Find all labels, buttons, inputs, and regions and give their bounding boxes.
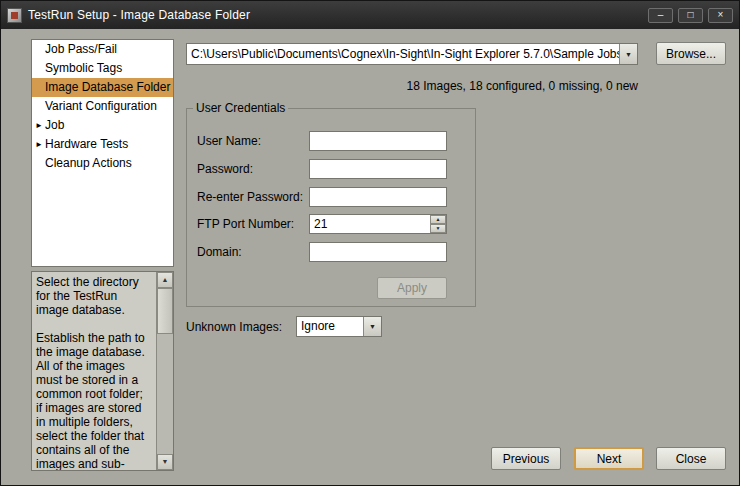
image-database-path-combo[interactable]: C:\Users\Public\Documents\Cognex\In-Sigh…: [186, 43, 638, 65]
sidebar-item-symbolic-tags[interactable]: Symbolic Tags: [32, 59, 173, 78]
reenter-password-label: Re-enter Password:: [197, 187, 303, 207]
user-name-field[interactable]: [309, 131, 447, 151]
sidebar-item-label: Hardware Tests: [45, 137, 128, 151]
ftp-port-spin-buttons: ▲ ▼: [430, 215, 446, 233]
minimize-icon[interactable]: –: [648, 8, 673, 23]
image-count-status: 18 Images, 18 configured, 0 missing, 0 n…: [186, 79, 638, 93]
spin-down-icon[interactable]: ▼: [430, 224, 446, 233]
scroll-up-icon[interactable]: ▲: [157, 272, 173, 288]
app-icon: [7, 8, 22, 23]
description-panel: Select the directory for the TestRun ima…: [31, 271, 174, 471]
domain-label: Domain:: [197, 242, 242, 262]
dialog-body: Job Pass/Fail Symbolic Tags Image Databa…: [1, 29, 739, 486]
ftp-port-label: FTP Port Number:: [197, 214, 294, 234]
sidebar-item-label: Symbolic Tags: [45, 61, 122, 75]
unknown-images-label: Unknown Images:: [186, 317, 282, 338]
unknown-images-value: Ignore: [297, 317, 363, 336]
next-button[interactable]: Next: [574, 447, 644, 470]
sidebar-item-label: Job: [45, 118, 64, 132]
maximize-icon[interactable]: □: [678, 8, 703, 23]
description-scrollbar[interactable]: ▲ ▼: [156, 272, 173, 470]
user-credentials-title: User Credentials: [193, 101, 288, 115]
sidebar-item-job[interactable]: ► Job: [32, 116, 173, 135]
dropdown-arrow-icon[interactable]: ▼: [363, 317, 381, 336]
setup-nav-list: Job Pass/Fail Symbolic Tags Image Databa…: [31, 39, 174, 267]
close-icon[interactable]: ×: [708, 8, 733, 23]
window-title: TestRun Setup - Image Database Folder: [28, 8, 250, 22]
apply-button[interactable]: Apply: [377, 277, 447, 299]
domain-field[interactable]: [309, 242, 447, 262]
image-database-path-value[interactable]: C:\Users\Public\Documents\Cognex\In-Sigh…: [187, 44, 619, 64]
description-text: Select the directory for the TestRun ima…: [32, 272, 156, 470]
reenter-password-field[interactable]: [309, 187, 447, 207]
password-label: Password:: [197, 159, 253, 179]
user-credentials-group: User Credentials User Name: Password: Re…: [186, 101, 476, 307]
unknown-images-dropdown[interactable]: Ignore ▼: [296, 316, 382, 337]
sidebar-item-label: Job Pass/Fail: [45, 42, 117, 56]
previous-button[interactable]: Previous: [491, 447, 561, 470]
sidebar-item-label: Image Database Folder: [45, 80, 170, 94]
combo-dropdown-icon[interactable]: ▼: [619, 44, 637, 64]
scroll-down-icon[interactable]: ▼: [157, 454, 173, 470]
title-bar[interactable]: TestRun Setup - Image Database Folder – …: [1, 1, 739, 29]
ftp-port-stepper: ▲ ▼: [309, 214, 447, 234]
sidebar-item-cleanup-actions[interactable]: Cleanup Actions: [32, 154, 173, 173]
expand-arrow-icon[interactable]: ►: [35, 116, 44, 135]
browse-button[interactable]: Browse...: [656, 42, 726, 65]
user-name-label: User Name:: [197, 131, 261, 151]
main-panel: C:\Users\Public\Documents\Cognex\In-Sigh…: [186, 29, 726, 486]
scrollbar-thumb[interactable]: [157, 288, 173, 334]
ftp-port-field[interactable]: [309, 214, 447, 234]
sidebar-item-image-database-folder[interactable]: Image Database Folder: [32, 78, 173, 97]
spin-up-icon[interactable]: ▲: [430, 215, 446, 224]
testrun-setup-dialog: TestRun Setup - Image Database Folder – …: [0, 0, 740, 486]
sidebar-item-variant-configuration[interactable]: Variant Configuration: [32, 97, 173, 116]
sidebar-item-job-pass-fail[interactable]: Job Pass/Fail: [32, 40, 173, 59]
window-controls: – □ ×: [648, 8, 733, 23]
password-field[interactable]: [309, 159, 447, 179]
sidebar-item-label: Variant Configuration: [45, 99, 157, 113]
sidebar-item-hardware-tests[interactable]: ► Hardware Tests: [32, 135, 173, 154]
sidebar-item-label: Cleanup Actions: [45, 156, 132, 170]
close-button[interactable]: Close: [656, 447, 726, 470]
expand-arrow-icon[interactable]: ►: [35, 135, 44, 154]
